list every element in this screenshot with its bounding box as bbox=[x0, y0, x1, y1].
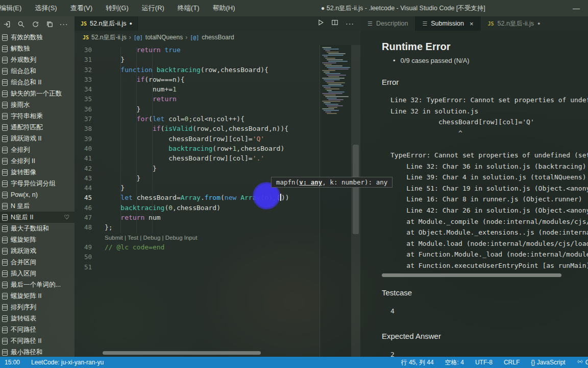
breadcrumb-symbol[interactable]: totalNQueens bbox=[145, 34, 183, 41]
problem-label: 跳跃游戏 bbox=[11, 247, 36, 256]
menu-item[interactable]: 转到(G) bbox=[99, 0, 135, 16]
line-number: 43 bbox=[75, 173, 92, 183]
status-item[interactable]: {} JavaScript bbox=[531, 359, 565, 366]
status-label: G bbox=[585, 359, 588, 366]
code-line[interactable]: 38 if(isValid(row,col,chessBoard,n)){ bbox=[75, 124, 351, 133]
sidebar-item-problem[interactable]: 组合总和 II bbox=[0, 77, 75, 88]
sidebar-item-problem[interactable]: 全排列 II bbox=[0, 155, 75, 167]
status-item[interactable]: LeetCode: ju-xi-yan-ran-yu bbox=[31, 359, 104, 366]
status-item[interactable]: G bbox=[577, 358, 588, 366]
more-actions-icon[interactable]: ··· bbox=[58, 18, 69, 30]
code-line[interactable]: 33 if(row===n){ bbox=[75, 75, 351, 84]
sidebar-item-problem[interactable]: 螺旋矩阵 bbox=[0, 234, 75, 245]
sign-in-icon[interactable] bbox=[1, 18, 12, 30]
code-line[interactable]: 37 for(let col=0;col<n;col++){ bbox=[75, 114, 351, 124]
problem-doc-icon bbox=[2, 270, 8, 277]
sidebar-item-problem[interactable]: 不同路径 II bbox=[0, 335, 75, 347]
code-line[interactable]: 45 let chessBoard=Array.from(new Array(n… bbox=[75, 193, 351, 202]
menu-item[interactable]: 选择(S) bbox=[28, 0, 63, 16]
sidebar-item-problem[interactable]: 排列序列 bbox=[0, 302, 75, 313]
status-item[interactable]: 15:00 bbox=[5, 359, 20, 366]
minimap[interactable] bbox=[320, 45, 351, 357]
problem-doc-icon bbox=[2, 225, 8, 232]
status-item[interactable]: CRLF bbox=[504, 359, 520, 366]
menu-item[interactable]: 编辑(E) bbox=[0, 0, 28, 16]
menu-item[interactable]: 帮助(H) bbox=[206, 0, 241, 16]
code-text: } bbox=[105, 104, 140, 114]
more-actions-button[interactable]: ··· bbox=[346, 19, 354, 28]
code-line[interactable]: 50 bbox=[75, 252, 351, 262]
code-line[interactable]: 42 } bbox=[75, 164, 351, 173]
copy-icon[interactable] bbox=[44, 18, 55, 30]
tab-description[interactable]: ☰ Description bbox=[360, 16, 415, 31]
sidebar-item-problem[interactable]: 最后一个单词的... bbox=[0, 279, 75, 290]
sidebar-item-problem[interactable]: 解数独 bbox=[0, 43, 75, 54]
sidebar-item-problem[interactable]: 接雨水 bbox=[0, 99, 75, 110]
result-title: Runtime Error bbox=[382, 41, 588, 53]
sidebar-item-problem[interactable]: 全排列 bbox=[0, 144, 75, 155]
code-line[interactable]: 40 backtracing(row+1,chessBoard) bbox=[75, 144, 351, 153]
code-line[interactable]: 39 chessBoard[row][col]='Q' bbox=[75, 134, 351, 144]
code-line[interactable]: 48}; bbox=[75, 222, 351, 232]
sidebar-item-problem[interactable]: 旋转链表 bbox=[0, 313, 75, 324]
code-line[interactable]: 31 } bbox=[75, 55, 351, 64]
code-line[interactable]: 49// @lc code=end bbox=[75, 242, 351, 252]
sidebar-item-problem[interactable]: 跳跃游戏 bbox=[0, 245, 75, 257]
editor-tab[interactable]: JS 52.n皇后-ii.js ● bbox=[75, 16, 138, 31]
line-number: 44 bbox=[75, 183, 92, 193]
tab-submission[interactable]: ☰ Submission × bbox=[415, 16, 480, 31]
sidebar-item-problem[interactable]: 字母异位词分组 bbox=[0, 178, 75, 189]
vertical-scrollbar[interactable] bbox=[351, 45, 360, 357]
status-item[interactable]: 行 45, 列 44 bbox=[401, 358, 434, 367]
code-line[interactable]: 35 return bbox=[75, 94, 351, 104]
code-line[interactable]: 51 bbox=[75, 262, 351, 272]
breadcrumb-file[interactable]: 52.n皇后-ii.js bbox=[91, 33, 127, 42]
sidebar-item-problem[interactable]: N皇后 II♡ bbox=[0, 212, 75, 223]
sidebar-item-problem[interactable]: 插入区间 bbox=[0, 268, 75, 279]
code-line[interactable]: 47 return num bbox=[75, 213, 351, 222]
sidebar-item-problem[interactable]: 最大子数组和 bbox=[0, 223, 75, 234]
sidebar-item-problem[interactable]: Pow(x, n) bbox=[0, 189, 75, 200]
tab-file-preview[interactable]: JS 52.n皇后-ii.js ● bbox=[481, 16, 548, 31]
status-item[interactable]: UTF-8 bbox=[475, 359, 493, 366]
search-icon[interactable] bbox=[15, 18, 27, 30]
code-line[interactable]: 32 function backtracing(row,chessBoard){ bbox=[75, 65, 351, 75]
sidebar-item-problem[interactable]: 不同路径 bbox=[0, 324, 75, 335]
menu-item[interactable]: 终端(T) bbox=[171, 0, 206, 16]
favorite-heart-icon[interactable]: ♡ bbox=[64, 214, 69, 221]
sidebar-item-problem[interactable]: 组合总和 bbox=[0, 65, 75, 77]
minimize-button[interactable]: — bbox=[565, 4, 588, 12]
refresh-icon[interactable] bbox=[30, 18, 41, 30]
code-line[interactable]: 30 return true bbox=[75, 45, 351, 55]
code-line[interactable]: 46 backtracing(0,chessBoard) bbox=[75, 203, 351, 213]
menu-item[interactable]: 查看(V) bbox=[64, 0, 99, 16]
code-editor[interactable]: 30 return true31 }32 function backtracin… bbox=[75, 45, 351, 357]
code-line[interactable]: 36 } bbox=[75, 104, 351, 114]
status-item[interactable]: 空格: 4 bbox=[445, 358, 464, 367]
horizontal-scrollbar[interactable] bbox=[103, 351, 261, 355]
line-number: 33 bbox=[75, 75, 92, 84]
sidebar-item-problem[interactable]: 最小路径和 bbox=[0, 347, 75, 357]
sidebar-item-problem[interactable]: 合并区间 bbox=[0, 257, 75, 268]
sidebar-item-problem[interactable]: 有效的数独 bbox=[0, 32, 75, 43]
sidebar-toolbar: ··· bbox=[0, 16, 75, 32]
sidebar-item-problem[interactable]: N 皇后 bbox=[0, 200, 75, 212]
menu-item[interactable]: 运行(R) bbox=[135, 0, 171, 16]
sidebar-item-problem[interactable]: 通配符匹配 bbox=[0, 122, 75, 133]
problem-label: 最大子数组和 bbox=[11, 224, 49, 233]
sidebar-item-problem[interactable]: 字符串相乘 bbox=[0, 110, 75, 122]
code-line[interactable]: 34 num+=1 bbox=[75, 84, 351, 94]
sidebar-item-problem[interactable]: 螺旋矩阵 II bbox=[0, 290, 75, 302]
minimap-line bbox=[324, 64, 332, 65]
codelens-actions[interactable]: Submit | Test | Debug | Debug Input bbox=[105, 235, 197, 241]
breadcrumb-symbol[interactable]: chessBoard bbox=[202, 34, 234, 41]
split-editor-button[interactable] bbox=[331, 19, 338, 28]
error-horizontal-scrollbar[interactable] bbox=[382, 273, 561, 277]
run-button[interactable] bbox=[317, 19, 324, 28]
sidebar-item-problem[interactable]: 跳跃游戏 II bbox=[0, 133, 75, 144]
sidebar-item-problem[interactable]: 缺失的第一个正数 bbox=[0, 88, 75, 99]
code-line[interactable]: 41 chessBoard[row][col]='.' bbox=[75, 153, 351, 163]
sidebar-item-problem[interactable]: 外观数列 bbox=[0, 54, 75, 65]
close-icon[interactable]: × bbox=[470, 20, 474, 28]
sidebar-item-problem[interactable]: 旋转图像 bbox=[0, 167, 75, 178]
